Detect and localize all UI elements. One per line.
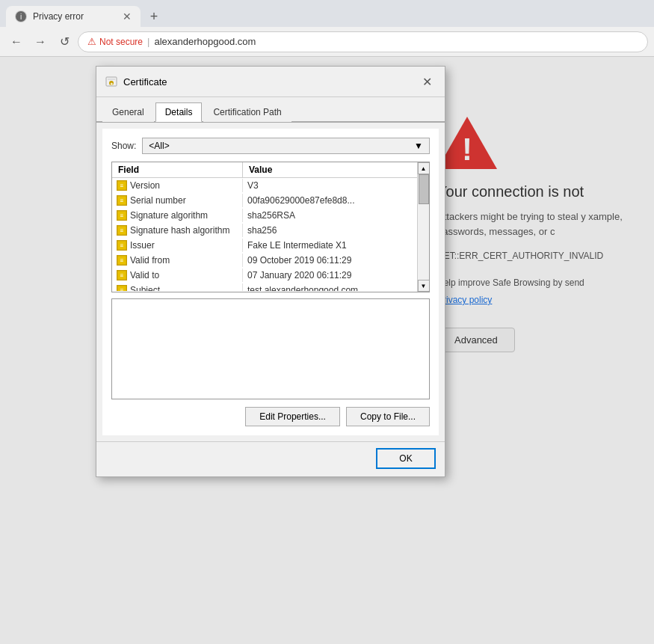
show-row: Show: <All> ▼ — [111, 138, 430, 154]
svg-text:≡: ≡ — [120, 212, 124, 219]
field-icon: ≡ — [117, 225, 127, 236]
col-header-value: Value — [243, 162, 429, 177]
reload-button[interactable]: ↺ — [54, 31, 75, 52]
tab-close-button[interactable]: ✕ — [123, 10, 132, 22]
table-row[interactable]: ≡Signature hash algorithmsha256 — [112, 223, 429, 238]
table-scrollbar[interactable]: ▲ ▼ — [417, 162, 429, 292]
tab-title: Privacy error — [33, 11, 117, 22]
field-label: Subject — [130, 285, 160, 291]
field-icon: ≡ — [117, 195, 127, 206]
dialog-buttons-row: Edit Properties... Copy to File... — [111, 407, 430, 426]
table-row[interactable]: ≡Signature algorithmsha256RSA — [112, 208, 429, 223]
scrollbar-up-button[interactable]: ▲ — [418, 162, 430, 174]
value-cell: 07 January 2020 06:11:29 — [243, 269, 429, 282]
value-cell: 09 October 2019 06:11:29 — [243, 254, 429, 267]
tab-certification-path[interactable]: Certification Path — [203, 102, 291, 122]
ok-button[interactable]: OK — [376, 448, 436, 469]
browser-chrome: i Privacy error ✕ + ← → ↺ ⚠ Not secure |… — [0, 0, 654, 57]
ok-row: OK — [96, 441, 445, 476]
field-cell: ≡Valid from — [112, 254, 243, 267]
table-header: Field Value — [112, 162, 429, 178]
edit-properties-button[interactable]: Edit Properties... — [245, 407, 340, 426]
svg-text:≡: ≡ — [120, 272, 124, 279]
show-select-value: <All> — [149, 141, 169, 151]
dialog-titlebar: ★ Certificate ✕ — [96, 67, 445, 97]
col-header-field: Field — [112, 162, 243, 177]
not-secure-badge: ⚠ Not secure — [87, 36, 143, 47]
back-button[interactable]: ← — [6, 31, 27, 52]
field-icon: ≡ — [117, 285, 127, 291]
dialog-body: Show: <All> ▼ Field Value ≡VersionV3≡Ser… — [102, 129, 439, 435]
table-body[interactable]: ≡VersionV3≡Serial number00fa90629000e87e… — [112, 178, 429, 291]
field-cell: ≡Subject — [112, 283, 243, 291]
field-label: Version — [130, 180, 160, 191]
certificate-dialog: ★ Certificate ✕ General Details Certific… — [96, 66, 445, 477]
svg-text:i: i — [20, 13, 22, 21]
table-row[interactable]: ≡VersionV3 — [112, 178, 429, 193]
svg-text:≡: ≡ — [120, 183, 124, 189]
field-icon: ≡ — [117, 240, 127, 251]
table-row[interactable]: ≡Subjecttest.alexanderhopgood.com — [112, 283, 429, 291]
table-row[interactable]: ≡Valid to07 January 2020 06:11:29 — [112, 268, 429, 283]
table-row[interactable]: ≡IssuerFake LE Intermediate X1 — [112, 238, 429, 253]
forward-button[interactable]: → — [30, 31, 51, 52]
field-cell: ≡Signature algorithm — [112, 209, 243, 222]
table-row[interactable]: ≡Valid from09 October 2019 06:11:29 — [112, 253, 429, 268]
value-cell: test.alexanderhopgood.com — [243, 283, 429, 291]
tab-details[interactable]: Details — [155, 102, 203, 122]
svg-text:≡: ≡ — [120, 242, 124, 249]
field-label: Signature hash algorithm — [130, 225, 229, 236]
field-label: Valid from — [130, 255, 170, 266]
tab-general[interactable]: General — [102, 102, 154, 122]
tab-favicon: i — [15, 10, 27, 22]
dialog-tabs: General Details Certification Path — [96, 97, 445, 123]
page-background: ! Your connection is not Attackers might… — [0, 57, 654, 644]
address-bar[interactable]: ⚠ Not secure | alexanderhopgood.com — [78, 31, 648, 52]
field-cell: ≡Serial number — [112, 194, 243, 207]
dialog-title: Certificate — [123, 76, 412, 88]
certificate-dialog-icon: ★ — [105, 76, 117, 88]
new-tab-button[interactable]: + — [144, 6, 164, 27]
dialog-close-button[interactable]: ✕ — [418, 73, 436, 91]
svg-rect-5 — [108, 79, 115, 80]
field-icon: ≡ — [117, 270, 127, 280]
svg-text:≡: ≡ — [120, 197, 124, 204]
certificate-table: Field Value ≡VersionV3≡Serial number00fa… — [111, 162, 430, 292]
value-cell: Fake LE Intermediate X1 — [243, 239, 429, 252]
svg-text:≡: ≡ — [120, 257, 124, 264]
value-cell: V3 — [243, 179, 429, 192]
value-cell: 00fa90629000e87efe8d8... — [243, 194, 429, 207]
copy-to-file-button[interactable]: Copy to File... — [346, 407, 430, 426]
field-label: Valid to — [130, 270, 159, 280]
scrollbar-down-button[interactable]: ▼ — [418, 280, 430, 292]
scrollbar-thumb[interactable] — [419, 174, 429, 204]
svg-text:≡: ≡ — [120, 227, 124, 234]
field-icon: ≡ — [117, 210, 127, 221]
warning-icon: ⚠ — [87, 36, 96, 47]
scrollbar-track — [418, 174, 430, 280]
field-label: Serial number — [130, 195, 186, 206]
address-bar-row: ← → ↺ ⚠ Not secure | alexanderhopgood.co… — [0, 27, 654, 57]
show-select[interactable]: <All> ▼ — [142, 138, 430, 154]
value-cell: sha256RSA — [243, 209, 429, 222]
field-icon: ≡ — [117, 180, 127, 191]
detail-box[interactable] — [111, 298, 430, 399]
address-url: alexanderhopgood.com — [154, 36, 256, 47]
field-cell: ≡Version — [112, 179, 243, 192]
tab-bar: i Privacy error ✕ + — [0, 0, 654, 27]
field-label: Issuer — [130, 240, 155, 251]
address-divider: | — [147, 36, 149, 47]
field-label: Signature algorithm — [130, 210, 208, 221]
field-cell: ≡Issuer — [112, 239, 243, 252]
table-row[interactable]: ≡Serial number00fa90629000e87efe8d8... — [112, 193, 429, 208]
field-cell: ≡Valid to — [112, 269, 243, 282]
value-cell: sha256 — [243, 224, 429, 237]
show-select-chevron: ▼ — [414, 141, 423, 151]
not-secure-label: Not secure — [99, 37, 143, 47]
svg-text:≡: ≡ — [120, 287, 124, 291]
field-cell: ≡Signature hash algorithm — [112, 224, 243, 237]
active-tab[interactable]: i Privacy error ✕ — [6, 6, 141, 27]
field-icon: ≡ — [117, 255, 127, 266]
show-label: Show: — [111, 141, 136, 151]
